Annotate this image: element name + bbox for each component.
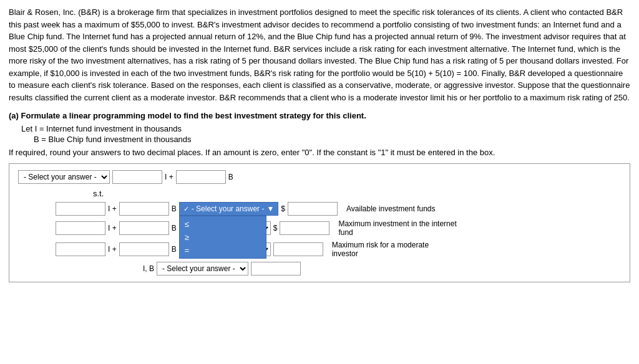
c3-rhs[interactable]: [273, 242, 323, 256]
c1-coef-b[interactable]: [119, 202, 169, 216]
c3-coef-b[interactable]: [119, 242, 169, 256]
constraint-row-1: I + B ✓ - Select your answer - ▼ ≤ ≥ = $…: [56, 202, 621, 216]
obj-i-label: I +: [165, 173, 173, 181]
option-geq[interactable]: ≥: [180, 231, 266, 244]
checkmark-icon: ✓: [183, 205, 189, 213]
bottom-rhs[interactable]: [251, 262, 301, 275]
objective-select[interactable]: - Select your answer - Max Min: [18, 170, 110, 184]
c3-coef-i[interactable]: [56, 242, 105, 256]
c2-b-label: B: [172, 224, 177, 232]
c1-dollar: $: [281, 204, 285, 213]
passage-text: Blair & Rosen, Inc. (B&R) is a brokerage…: [9, 6, 630, 103]
constraint-row-2: I + B - Select your answer - ≤ ≥ = $ Max…: [56, 219, 621, 237]
c3-right-label: Maximum risk for a moderateinvestor: [332, 241, 429, 258]
obj-coef-b[interactable]: [176, 170, 226, 184]
c2-right-label: Maximum investment in the internetfund: [338, 219, 456, 237]
c1-right-label: Available investment funds: [346, 204, 436, 213]
model-box: - Select your answer - Max Min I + B s.t…: [9, 163, 630, 282]
note-line: If required, round your answers to two d…: [9, 148, 630, 157]
c2-i-label: I +: [108, 224, 117, 232]
c1-rhs[interactable]: [288, 202, 338, 216]
chevron-down-icon: ▼: [266, 204, 274, 213]
c1-dropdown-label: - Select your answer -: [192, 204, 265, 213]
option-eq[interactable]: =: [180, 244, 266, 257]
let-i-line: Let I = Internet fund investment in thou…: [21, 124, 630, 133]
c1-coef-i[interactable]: [56, 202, 105, 216]
bottom-select[interactable]: - Select your answer - ≥ ≤ =: [157, 262, 248, 275]
c3-b-label: B: [172, 245, 177, 254]
c1-i-label: I +: [108, 204, 117, 213]
objective-row: - Select your answer - Max Min I + B: [18, 170, 621, 184]
ib-label: I, B: [143, 264, 154, 273]
let-b-line: B = Blue Chip fund investment in thousan…: [34, 135, 630, 144]
c2-dollar: $: [273, 224, 278, 232]
constraint-row-3: I + B - Select your answer - ≤ ≥ = Maxim…: [56, 241, 621, 258]
option-leq[interactable]: ≤: [180, 218, 266, 231]
obj-b-label: B: [228, 173, 233, 181]
bottom-row: I, B - Select your answer - ≥ ≤ =: [143, 262, 621, 275]
constraints-area: I + B ✓ - Select your answer - ▼ ≤ ≥ = $…: [56, 202, 621, 258]
c3-i-label: I +: [108, 245, 117, 254]
obj-coef-i[interactable]: [112, 170, 162, 184]
c1-b-label: B: [172, 204, 177, 213]
part-a-label: (a) Formulate a linear programming model…: [9, 111, 630, 120]
c1-dropdown-menu: ≤ ≥ =: [179, 216, 266, 259]
c2-coef-i[interactable]: [56, 221, 105, 235]
st-label: s.t.: [93, 189, 621, 198]
c2-coef-b[interactable]: [119, 221, 169, 235]
c1-inequality-dropdown[interactable]: ✓ - Select your answer - ▼ ≤ ≥ =: [179, 202, 279, 216]
c1-dropdown-btn[interactable]: ✓ - Select your answer - ▼: [179, 202, 279, 216]
c2-rhs[interactable]: [280, 221, 329, 235]
